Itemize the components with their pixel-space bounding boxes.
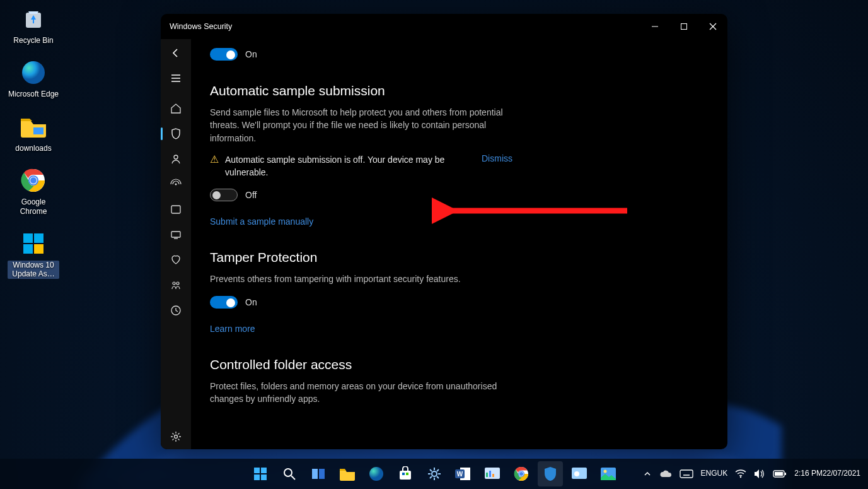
svg-rect-20 [171,206,180,213]
tray-chevron-icon[interactable] [643,469,652,478]
svg-rect-34 [312,469,318,479]
svg-rect-52 [572,468,587,479]
svg-rect-7 [23,233,33,243]
svg-rect-10 [34,244,43,254]
taskbar-app1[interactable] [480,461,505,486]
taskbar-settings[interactable] [422,461,447,486]
start-button[interactable] [248,461,273,486]
taskbar-app2[interactable] [567,461,592,486]
desktop-icon-downloads[interactable]: downloads [5,112,62,153]
search-button[interactable] [277,461,302,486]
nav-firewall[interactable] [161,172,191,197]
taskbar-word[interactable]: W [451,461,476,486]
learn-more-link[interactable]: Learn more [210,324,255,334]
back-button[interactable] [161,40,191,66]
taskbar-right: ENGUK 2:16 PM22/07/2021 [643,469,868,479]
tray-wifi-icon[interactable] [735,469,746,478]
toggle-label: Off [245,190,257,200]
desktop-icon-label: downloads [15,144,51,153]
tray-battery-icon[interactable] [773,470,787,478]
minimize-button[interactable] [640,14,669,39]
maximize-button[interactable] [669,14,698,39]
auto-sample-toggle-row: Off [210,189,709,201]
nav-app-browser[interactable] [161,197,191,222]
desktop-icon-label: Microsoft Edge [8,90,59,98]
taskbar-edge[interactable] [364,461,389,486]
taskbar-center: W [248,461,621,486]
nav-family-options[interactable] [161,273,191,298]
svg-point-26 [175,435,178,439]
svg-rect-56 [680,470,693,478]
toggle-switch[interactable] [210,296,238,309]
edge-icon [18,57,49,88]
svg-point-23 [173,282,175,285]
tray-keyboard-icon[interactable] [680,469,693,478]
desktop-icon-edge[interactable]: Microsoft Edge [5,57,62,98]
svg-point-1 [22,61,45,84]
menu-button[interactable] [161,66,191,91]
dismiss-link[interactable]: Dismiss [482,153,512,179]
tray-clock[interactable]: 2:16 PM22/07/2021 [794,469,860,478]
svg-point-36 [369,467,383,481]
close-button[interactable] [698,14,727,39]
svg-point-61 [740,476,741,478]
chrome-icon [18,165,49,196]
recycle-bin-icon [18,4,49,34]
section-title-tamper: Tamper Protection [210,250,709,265]
top-toggle-row: On [210,48,709,61]
toggle-label: On [245,297,257,307]
tray-onedrive-icon[interactable] [659,469,672,478]
task-view-button[interactable] [306,461,331,486]
svg-point-32 [284,469,292,476]
section-desc: Send sample files to Microsoft to help p… [210,106,512,144]
toggle-switch[interactable] [210,48,238,61]
svg-rect-45 [486,473,488,477]
svg-point-18 [174,155,178,159]
taskbar-chrome[interactable] [509,461,534,486]
svg-rect-12 [681,24,687,30]
svg-point-55 [603,470,606,473]
svg-rect-2 [33,127,43,134]
warning-icon: ⚠ [210,153,219,179]
toggle-switch[interactable] [210,189,238,201]
submit-sample-link[interactable]: Submit a sample manually [210,216,313,227]
desktop-icon-chrome[interactable]: Google Chrome [5,165,62,216]
svg-rect-63 [775,472,783,476]
svg-rect-9 [23,244,33,254]
nav-settings[interactable] [161,424,191,449]
windows-update-icon [18,228,49,259]
tray-volume-icon[interactable] [754,469,765,479]
svg-rect-8 [34,233,43,243]
nav-virus-protection[interactable] [161,121,191,146]
svg-rect-30 [254,474,260,480]
nav-protection-history[interactable] [161,298,191,323]
svg-rect-37 [400,471,411,480]
svg-rect-47 [492,474,494,477]
svg-point-19 [175,184,177,186]
desktop-icon-label: Google Chrome [8,197,59,216]
settings-content[interactable]: On Automatic sample submission Send samp… [191,39,727,449]
windows-security-window: Windows Security On [161,14,727,449]
desktop-icon-update-assistant[interactable]: Windows 10 Update As… [5,228,62,279]
section-desc: Prevents others from tampering with impo… [210,273,512,285]
taskbar-store[interactable] [393,461,418,486]
taskbar-explorer[interactable] [335,461,360,486]
svg-point-24 [176,282,179,285]
desktop-icons: Recycle Bin Microsoft Edge downloads Goo… [5,4,62,292]
svg-rect-46 [489,471,491,477]
nav-device-security[interactable] [161,222,191,247]
nav-account-protection[interactable] [161,146,191,172]
desktop-icon-recycle-bin[interactable]: Recycle Bin [5,4,62,45]
taskbar-security[interactable] [538,461,563,486]
toggle-label: On [245,49,257,59]
nav-device-performance[interactable] [161,247,191,273]
window-titlebar[interactable]: Windows Security [161,14,727,39]
svg-rect-28 [254,468,260,473]
taskbar-photos[interactable] [596,461,621,486]
tray-language[interactable]: ENGUK [701,469,728,478]
nav-rail [161,39,191,449]
folder-icon [18,112,49,142]
svg-rect-21 [171,232,180,237]
svg-point-51 [519,472,523,476]
nav-home[interactable] [161,96,191,121]
